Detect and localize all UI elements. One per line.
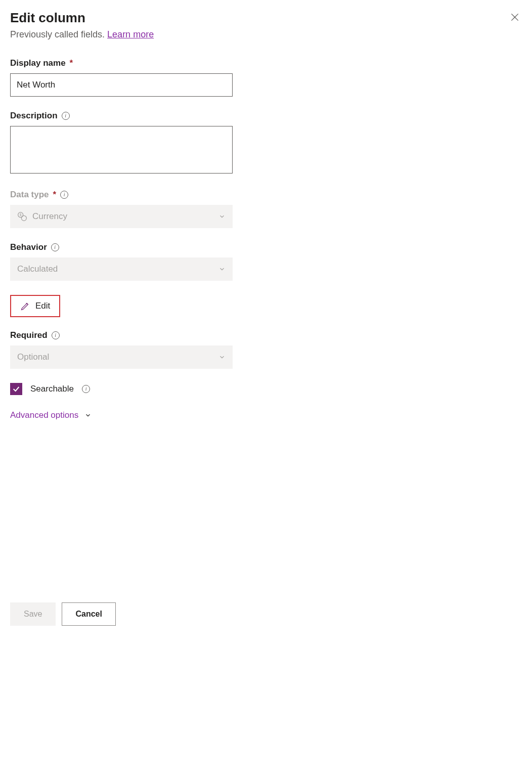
learn-more-link[interactable]: Learn more xyxy=(107,29,154,39)
info-icon[interactable]: i xyxy=(52,331,60,339)
advanced-options-toggle[interactable]: Advanced options xyxy=(10,410,92,420)
required-label: Required xyxy=(10,330,48,340)
pencil-icon xyxy=(20,301,30,311)
required-value: Optional xyxy=(17,352,49,362)
searchable-checkbox[interactable] xyxy=(10,383,22,395)
behavior-select: Calculated xyxy=(10,257,233,281)
required-star: * xyxy=(53,190,57,200)
close-icon xyxy=(510,12,520,22)
data-type-field: Data type * i $ Currency xyxy=(10,190,233,228)
required-select: Optional xyxy=(10,345,233,369)
info-icon[interactable]: i xyxy=(82,385,90,393)
cancel-button[interactable]: Cancel xyxy=(62,602,115,626)
chevron-down-icon xyxy=(218,354,226,361)
edit-behavior-button[interactable]: Edit xyxy=(10,295,60,317)
svg-text:$: $ xyxy=(20,213,22,217)
edit-column-panel: Edit column Previously called fields. Le… xyxy=(10,10,522,626)
behavior-label: Behavior xyxy=(10,242,47,252)
panel-header: Edit column xyxy=(10,10,522,26)
info-icon[interactable]: i xyxy=(60,191,68,199)
required-field: Required i Optional xyxy=(10,330,233,369)
data-type-value: Currency xyxy=(32,211,67,222)
close-button[interactable] xyxy=(508,10,522,26)
searchable-label: Searchable xyxy=(30,384,74,394)
description-label: Description xyxy=(10,111,58,121)
panel-subtitle: Previously called fields. Learn more xyxy=(10,29,522,40)
svg-point-3 xyxy=(21,215,26,221)
description-field: Description i xyxy=(10,111,233,176)
save-button: Save xyxy=(10,602,56,626)
required-star: * xyxy=(70,58,73,68)
info-icon[interactable]: i xyxy=(51,243,59,251)
display-name-field: Display name * xyxy=(10,58,233,97)
data-type-select: $ Currency xyxy=(10,205,233,228)
currency-icon: $ xyxy=(17,211,27,222)
display-name-label: Display name xyxy=(10,58,66,68)
behavior-value: Calculated xyxy=(17,264,58,274)
chevron-down-icon xyxy=(218,213,226,220)
panel-footer: Save Cancel xyxy=(10,602,522,626)
data-type-label: Data type xyxy=(10,190,49,200)
display-name-input[interactable] xyxy=(10,73,233,97)
description-input[interactable] xyxy=(10,126,233,174)
behavior-field: Behavior i Calculated xyxy=(10,242,233,281)
checkmark-icon xyxy=(12,385,20,393)
chevron-down-icon xyxy=(84,412,92,419)
searchable-field: Searchable i xyxy=(10,383,522,395)
info-icon[interactable]: i xyxy=(62,112,70,120)
panel-title: Edit column xyxy=(10,10,85,26)
chevron-down-icon xyxy=(218,266,226,273)
